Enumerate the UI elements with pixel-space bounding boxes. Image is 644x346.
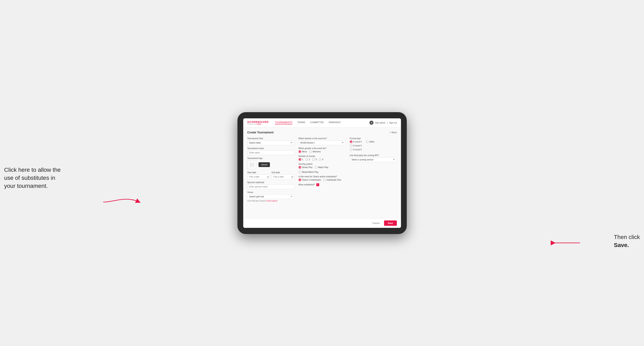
scoring-label: Scoring system (298, 163, 346, 165)
upload-button[interactable]: Upload (258, 162, 270, 167)
rounds-1-radio[interactable] (298, 158, 301, 161)
nav-link-rankings[interactable]: RANKINGS (329, 121, 340, 124)
tournament-name-section: Tournament name (247, 147, 294, 155)
allow-substitutes-label: Allow substitutes? (298, 183, 315, 186)
user-name: blair admin (375, 122, 385, 124)
sponsor-input[interactable] (247, 184, 294, 189)
rounds-section: Number of rounds 1 2 (298, 155, 346, 161)
scoring-api-label: Use third-party live scoring API? (350, 154, 397, 157)
rounds-1[interactable]: 1 (298, 158, 303, 161)
start-date-input[interactable] (247, 174, 270, 179)
tournament-host-label: Tournament Host (247, 137, 294, 140)
format-other[interactable]: Other (366, 140, 374, 143)
venue-section: Venue Search golf club Can't find your v… (247, 191, 294, 202)
back-link[interactable]: Back (390, 131, 397, 134)
venue-help: Can't find your venue? email support (247, 200, 294, 202)
end-date-section: End date ▦ (272, 171, 294, 179)
allow-substitutes-row: Allow substitutes? ✓ (298, 183, 346, 186)
format-6count4-radio[interactable] (350, 144, 352, 147)
gender-womens-radio[interactable] (309, 150, 312, 153)
event-individuals-radio[interactable] (323, 178, 326, 181)
scoring-medal-radio[interactable] (298, 171, 301, 173)
format-6count5-radio[interactable] (350, 148, 352, 151)
gender-mens[interactable]: Mens (298, 150, 307, 153)
scoring-section: Scoring system Stroke Play Match Play (298, 163, 346, 173)
gender-womens[interactable]: Womens (309, 150, 321, 153)
page-header: Create Tournament Back (247, 131, 397, 134)
event-type-section: Is this event for Teams and/or Individua… (298, 175, 346, 181)
svg-point-1 (251, 164, 252, 164)
scoring-api-select[interactable]: Select a scoring service (350, 157, 397, 162)
tournament-host-section: Tournament Host Search team (247, 137, 294, 145)
venue-label: Venue (247, 191, 294, 193)
arrow-right-icon (549, 237, 582, 249)
nav-link-committee[interactable]: COMMITTEE (310, 121, 324, 124)
scoring-medal[interactable]: Medal Match Play (298, 171, 318, 173)
format-6count5[interactable]: 6 count 5 (350, 148, 397, 151)
event-teams[interactable]: Teams (+Individuals) (298, 178, 321, 181)
right-column: Format type 5 count 4 Other (350, 137, 397, 202)
scoring-stroke-radio[interactable] (298, 166, 301, 169)
save-button[interactable]: Save (384, 220, 397, 226)
rounds-2-radio[interactable] (305, 158, 308, 161)
end-date-wrap: ▦ (272, 174, 294, 179)
scoring-match[interactable]: Match Play (315, 166, 328, 169)
nav-link-tournaments[interactable]: TOURNAMENTS (275, 121, 292, 124)
image-icon (250, 163, 254, 167)
nav-logo-powered: Powered by clippd (247, 123, 269, 125)
gender-radio-group: Mens Womens (298, 150, 346, 153)
start-date-wrap: ▦ (247, 174, 270, 179)
dates-section: Start date ▦ End date ▦ (247, 171, 294, 179)
format-5count4-radio[interactable] (350, 140, 352, 143)
scoring-stroke[interactable]: Stroke Play (298, 166, 312, 169)
end-date-label: End date (272, 171, 294, 173)
sign-out-link[interactable]: Sign out (389, 122, 397, 124)
cancel-button[interactable]: Cancel (370, 221, 382, 226)
format-5count4[interactable]: 5 count 4 (350, 140, 362, 143)
scoring-match-radio[interactable] (315, 166, 317, 169)
scoring-radio-group: Stroke Play Match Play Medal Match Play (298, 166, 346, 173)
page-content: Create Tournament Back Tournament Host S… (243, 127, 401, 218)
rounds-4-radio[interactable] (318, 158, 321, 161)
tournament-name-input[interactable] (247, 150, 294, 155)
format-options: 5 count 4 Other 6 count 4 (350, 140, 397, 151)
avatar: B (370, 121, 374, 125)
format-6count4[interactable]: 6 count 4 (350, 144, 397, 147)
tablet-screen: SCOREBOARD Powered by clippd TOURNAMENTS… (243, 118, 401, 228)
nav-links: TOURNAMENTS TEAMS COMMITTEE RANKINGS (275, 121, 370, 124)
division-select[interactable]: NCAA Division I (298, 140, 346, 145)
tablet-frame: SCOREBOARD Powered by clippd TOURNAMENTS… (238, 112, 407, 234)
page-title: Create Tournament (247, 131, 274, 134)
rounds-2[interactable]: 2 (305, 158, 310, 161)
footer-bar: Cancel Save (243, 218, 401, 228)
division-section: Which division is the event for? NCAA Di… (298, 137, 346, 145)
logo-upload-row: Upload (247, 160, 294, 169)
venue-select[interactable]: Search golf club (247, 194, 294, 199)
start-date-section: Start date ▦ (247, 171, 270, 179)
end-date-input[interactable] (272, 174, 294, 179)
venue-email-link[interactable]: email support (266, 200, 278, 202)
gender-mens-radio[interactable] (298, 150, 301, 153)
format-other-radio[interactable] (366, 140, 368, 143)
gender-section: Which gender is the event for? Mens Wome… (298, 147, 346, 153)
event-teams-radio[interactable] (298, 178, 301, 181)
calendar-icon-start: ▦ (267, 176, 269, 178)
rounds-4[interactable]: 4 (318, 158, 323, 161)
annotation-right: Then click Save. (614, 233, 640, 249)
arrow-left-icon (101, 194, 142, 210)
event-type-radio-group: Teams (+Individuals) Individuals Only (298, 178, 346, 181)
nav-logo: SCOREBOARD Powered by clippd (247, 121, 269, 125)
tournament-host-select[interactable]: Search team (247, 140, 294, 145)
rounds-radio-group: 1 2 3 4 (298, 158, 346, 161)
nav-logo-text: SCOREBOARD (247, 121, 269, 123)
calendar-icon-end: ▦ (291, 176, 293, 178)
event-individuals[interactable]: Individuals Only (323, 178, 341, 181)
rounds-3[interactable]: 3 (312, 158, 317, 161)
tournament-name-label: Tournament name (247, 147, 294, 150)
sponsor-section: Sponsor (optional) (247, 181, 294, 189)
tournament-logo-section: Tournament logo Upload (247, 157, 294, 169)
allow-substitutes-checkbox[interactable]: ✓ (316, 183, 319, 186)
nav-link-teams[interactable]: TEAMS (297, 121, 305, 124)
rounds-3-radio[interactable] (312, 158, 315, 161)
form-grid: Tournament Host Search team Tournament n… (247, 137, 397, 202)
